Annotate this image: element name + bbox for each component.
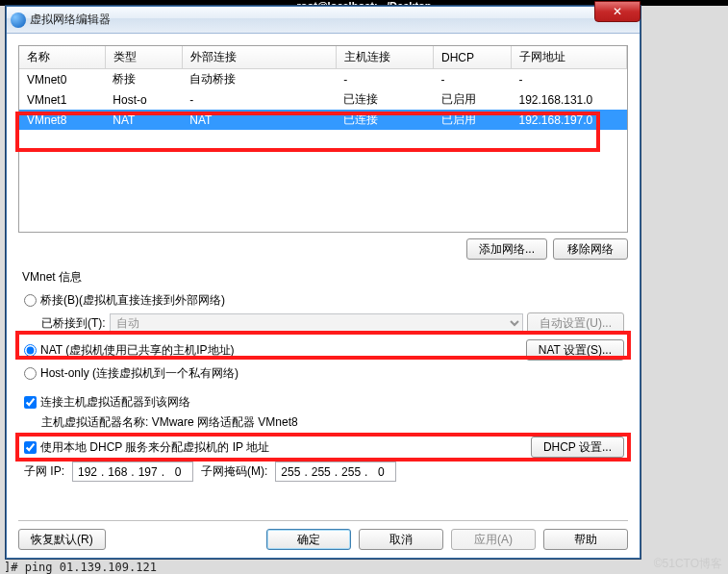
table-cell: - xyxy=(434,69,512,90)
table-cell: Host-o xyxy=(105,89,182,110)
table-cell: VMnet1 xyxy=(19,89,105,110)
table-row[interactable]: VMnet1Host-o-已连接已启用192.168.131.0 xyxy=(19,89,627,110)
nat-radio-row[interactable]: NAT (虚拟机使用已共享的主机IP地址) NAT 设置(S)... xyxy=(20,337,626,362)
watermark: ©51CTO博客 xyxy=(654,556,722,572)
connect-host-adapter-row[interactable]: 连接主机虚拟适配器到该网络 xyxy=(20,391,626,412)
table-cell: 已连接 xyxy=(336,89,433,110)
close-button[interactable]: ✕ xyxy=(594,1,640,22)
cancel-button[interactable]: 取消 xyxy=(359,529,443,550)
vmnet-info-group: VMnet 信息 桥接(B)(虚拟机直接连接到外部网络) 已桥接到(T): 自动… xyxy=(18,263,628,486)
subnet-ip-3[interactable] xyxy=(136,464,161,480)
col-dhcp[interactable]: DHCP xyxy=(434,46,512,69)
window-title: 虚拟网络编辑器 xyxy=(30,12,111,28)
nat-settings-button[interactable]: NAT 设置(S)... xyxy=(526,339,624,361)
col-external[interactable]: 外部连接 xyxy=(182,46,336,69)
subnet-ip-field[interactable]: . . . xyxy=(72,462,193,482)
hostonly-radio-row[interactable]: Host-only (连接虚拟机到一个私有网络) xyxy=(20,362,626,384)
restore-defaults-button[interactable]: 恢复默认(R) xyxy=(18,529,106,550)
subnet-ip-4[interactable] xyxy=(165,464,190,480)
col-subnet[interactable]: 子网地址 xyxy=(512,46,627,69)
table-cell: 已启用 xyxy=(434,89,512,110)
table-cell: 192.168.197.0 xyxy=(512,110,627,130)
table-cell: - xyxy=(336,69,433,90)
use-dhcp-label: 使用本地 DHCP 服务来分配虚拟机的 IP 地址 xyxy=(40,439,269,456)
subnet-mask-label: 子网掩码(M): xyxy=(201,463,267,480)
network-buttons-row: 添加网络... 移除网络 xyxy=(18,238,628,260)
table-cell: - xyxy=(182,89,336,110)
use-dhcp-checkbox[interactable] xyxy=(24,441,37,454)
connect-host-adapter-label: 连接主机虚拟适配器到该网络 xyxy=(40,394,190,411)
subnet-ip-1[interactable] xyxy=(75,464,100,480)
bridged-label: 桥接(B)(虚拟机直接连接到外部网络) xyxy=(40,292,225,309)
table-row[interactable]: VMnet8NATNAT已连接已启用192.168.197.0 xyxy=(19,110,627,130)
bridged-radio[interactable] xyxy=(24,294,37,307)
subnet-mask-2[interactable] xyxy=(309,464,334,480)
table-cell: NAT xyxy=(182,110,336,130)
hostonly-label: Host-only (连接虚拟机到一个私有网络) xyxy=(40,365,238,382)
nat-radio[interactable] xyxy=(24,344,37,357)
use-dhcp-row[interactable]: 使用本地 DHCP 服务来分配虚拟机的 IP 地址 DHCP 设置... xyxy=(20,435,626,460)
col-name[interactable]: 名称 xyxy=(19,46,105,69)
bridged-to-row: 已桥接到(T): 自动 自动设置(U)... xyxy=(20,311,626,337)
subnet-mask-field[interactable]: . . . xyxy=(275,462,396,482)
table-cell: 已连接 xyxy=(336,110,433,130)
vmnet-info-title: VMnet 信息 xyxy=(22,269,626,286)
subnet-mask-3[interactable] xyxy=(339,464,364,480)
table-cell: VMnet8 xyxy=(19,110,105,130)
ok-button[interactable]: 确定 xyxy=(266,529,351,550)
table-cell: 192.168.131.0 xyxy=(512,89,627,110)
subnet-ip-2[interactable] xyxy=(105,464,130,480)
help-button[interactable]: 帮助 xyxy=(543,529,628,550)
dhcp-settings-button[interactable]: DHCP 设置... xyxy=(531,437,624,458)
dialog-body: 名称 类型 外部连接 主机连接 DHCP 子网地址 VMnet0桥接自动桥接--… xyxy=(7,34,640,558)
bridged-to-select[interactable]: 自动 xyxy=(110,313,524,334)
bridged-radio-row[interactable]: 桥接(B)(虚拟机直接连接到外部网络) xyxy=(20,289,626,311)
dialog-button-bar: 恢复默认(R) 确定 取消 应用(A) 帮助 xyxy=(18,520,628,558)
networks-table[interactable]: 名称 类型 外部连接 主机连接 DHCP 子网地址 VMnet0桥接自动桥接--… xyxy=(19,46,627,130)
nat-label: NAT (虚拟机使用已共享的主机IP地址) xyxy=(40,342,235,359)
connect-host-adapter-checkbox[interactable] xyxy=(24,396,37,409)
table-row[interactable]: VMnet0桥接自动桥接--- xyxy=(19,69,627,90)
close-icon: ✕ xyxy=(613,5,622,18)
remove-network-button[interactable]: 移除网络 xyxy=(553,238,628,260)
apply-button[interactable]: 应用(A) xyxy=(451,529,536,550)
auto-settings-button[interactable]: 自动设置(U)... xyxy=(527,312,624,334)
subnet-ip-label: 子网 IP: xyxy=(24,463,64,480)
add-network-button[interactable]: 添加网络... xyxy=(466,238,547,260)
table-cell: - xyxy=(512,69,627,90)
table-cell: 桥接 xyxy=(105,69,182,90)
table-cell: 自动桥接 xyxy=(182,69,336,90)
hostonly-radio[interactable] xyxy=(24,367,37,380)
subnet-row: 子网 IP: . . . 子网掩码(M): . . . xyxy=(20,460,626,486)
table-cell: VMnet0 xyxy=(19,69,105,90)
table-cell: 已启用 xyxy=(434,110,512,130)
bridged-to-label: 已桥接到(T): xyxy=(41,315,106,332)
table-cell: NAT xyxy=(105,110,182,130)
adapter-name-label: 主机虚拟适配器名称: VMware 网络适配器 VMnet8 xyxy=(41,414,298,431)
terminal-line: ]# ping 01.139.109.121 xyxy=(4,561,157,574)
subnet-mask-4[interactable] xyxy=(368,464,393,480)
networks-table-container: 名称 类型 外部连接 主机连接 DHCP 子网地址 VMnet0桥接自动桥接--… xyxy=(18,45,628,233)
col-host-conn[interactable]: 主机连接 xyxy=(336,46,433,69)
adapter-name-row: 主机虚拟适配器名称: VMware 网络适配器 VMnet8 xyxy=(20,412,626,435)
app-icon xyxy=(11,12,26,28)
col-type[interactable]: 类型 xyxy=(105,46,182,69)
titlebar[interactable]: 虚拟网络编辑器 ✕ xyxy=(7,7,640,34)
virtual-network-editor-dialog: 虚拟网络编辑器 ✕ 名称 类型 外部连接 主机连接 DHCP 子网地址 VMne… xyxy=(6,6,640,559)
subnet-mask-1[interactable] xyxy=(278,464,303,480)
table-header-row: 名称 类型 外部连接 主机连接 DHCP 子网地址 xyxy=(19,46,627,69)
